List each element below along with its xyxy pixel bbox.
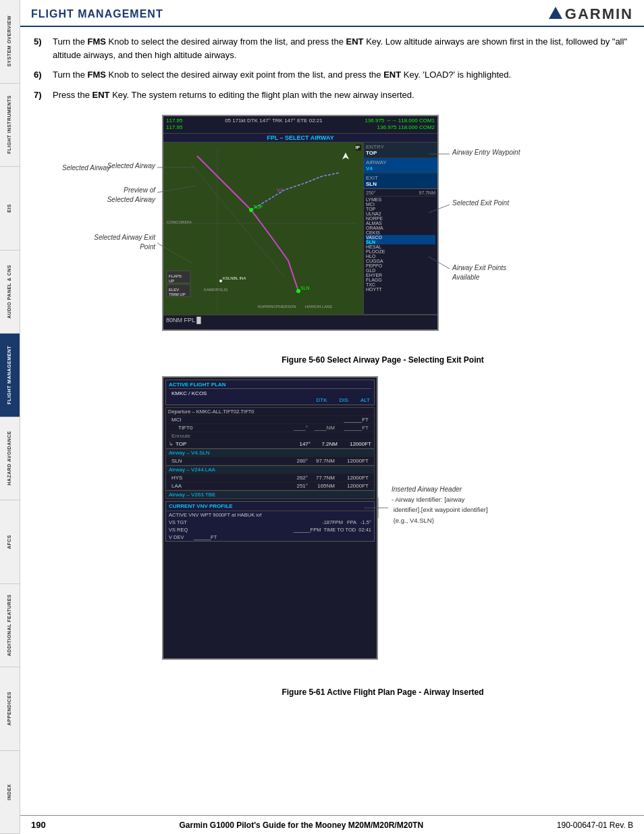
svg-text:TOP: TOP <box>253 205 263 209</box>
sidebar-item-flight-instruments[interactable]: FLIGHT INSTRUMENTS <box>0 84 20 167</box>
sidebar: SYSTEM OVERVIEW FLIGHT INSTRUMENTS EIS A… <box>0 0 20 834</box>
figure-2-container: ACTIVE FLIGHT PLAN KMKC / KCOS DTK DIS A… <box>61 373 574 690</box>
label-selected-airway: Selected Airway <box>62 164 110 172</box>
svg-text:UP: UP <box>169 279 174 283</box>
mfd-screen: 117.95 117.95 05 171kt DTK 147° TRK 147°… <box>162 115 439 331</box>
figure-1-caption: Figure 5-60 Select Airway Page - Selecti… <box>135 355 630 365</box>
figure-1-container: Selected Airway Preview ofSelected Airwa… <box>61 108 601 351</box>
step-5-text: Turn the FMS Knob to select the desired … <box>53 35 630 61</box>
step-5: 5) Turn the FMS Knob to select the desir… <box>34 35 630 61</box>
fpl-col-headers: DTK DIS ALT <box>169 396 371 403</box>
sidebar-item-appendices[interactable]: APPENDICES <box>0 667 20 751</box>
footer-title: Garmin G1000 Pilot's Guide for the Moone… <box>179 820 423 830</box>
fpl-vnv-v-dev: V DEV ______FT <box>166 533 374 541</box>
mfd-map: NORTH UP <box>163 142 363 315</box>
sidebar-item-flight-management[interactable]: FLIGHT MANAGEMENT <box>0 334 20 417</box>
page-footer: 190 Garmin G1000 Pilot's Guide for the M… <box>20 815 644 834</box>
svg-text:KHPRINCPHERSON: KHPRINCPHERSON <box>258 305 296 309</box>
fpl-subtitle: KMKC / KCOS <box>169 390 371 396</box>
garmin-logo: GARMIN <box>549 5 633 23</box>
mfd-map-svg: TOP SLN KSLNBL INA CONCORDIA KAMOPOLIS K… <box>163 142 356 315</box>
mfd-freq-right: 136.975 ↔→ 118.000 COM1 136.975 118.000 … <box>365 118 435 132</box>
footer-page-number: 190 <box>31 820 46 830</box>
mfd-freq-left: 117.95 117.95 <box>166 118 182 132</box>
step-7: 7) Press the ENT Key. The system returns… <box>34 88 630 102</box>
step-6-text: Turn the FMS Knob to select the desired … <box>53 68 630 82</box>
step-7-text: Press the ENT Key. The system returns to… <box>53 88 630 102</box>
fpl-rows: Departure – KMKC-ALL.TIFT02.TIFT0 MCI __… <box>165 407 375 499</box>
svg-text:ELEV: ELEV <box>169 288 179 292</box>
garmin-logo-text: GARMIN <box>565 5 633 23</box>
fpl-header-title: ACTIVE FLIGHT PLAN <box>169 382 371 389</box>
fpl-screen-wrapper: ACTIVE FLIGHT PLAN KMKC / KCOS DTK DIS A… <box>162 376 378 662</box>
sidebar-item-index[interactable]: INDEX <box>0 751 20 835</box>
fpl-vnv-active-wpt: ACTIVE VNV WPT 9000FT at HABUK iof <box>166 511 374 519</box>
ann-selected-exit: Selected Exit Point <box>452 199 509 207</box>
sidebar-item-eis[interactable]: EIS <box>0 167 20 251</box>
fpl-row-hys: HYS 262° 77.7NM 12000FT <box>166 474 374 482</box>
fpl-vnv-header: CURRENT VNV PROFILE <box>166 502 374 511</box>
mfd-bottom-bar: 80NM FPL █ <box>163 315 437 325</box>
svg-text:FLAPS: FLAPS <box>169 274 182 278</box>
fpl-screen: ACTIVE FLIGHT PLAN KMKC / KCOS DTK DIS A… <box>162 376 378 660</box>
mfd-airway-sidebar: ENTRY TOP AIRWAY V4 EXIT SLN <box>363 142 437 315</box>
fpl-vnv-section: CURRENT VNV PROFILE ACTIVE VNV WPT 9000F… <box>165 501 375 542</box>
fpl-row-laa: LAA 251° 165NM 12000FT <box>166 482 374 490</box>
ann-preview: Preview ofSelected Airway <box>61 186 155 205</box>
fpl-vnv-vs-tgt: VS TGT -187FPM FPA -1.5° <box>166 519 374 526</box>
step-7-number: 7) <box>34 88 46 102</box>
fpl-row-sln: SLN 260° 97.7NM 12000FT <box>166 457 374 465</box>
sidebar-item-audio-panel[interactable]: AUDIO PANEL & CNS <box>0 251 20 334</box>
fpl-row-airway-v4: Airway – V4.SLN <box>166 448 374 457</box>
svg-text:KAMOPOLIS: KAMOPOLIS <box>204 288 227 292</box>
fpl-row-airway-v263: Airway – V263.TBE <box>166 490 374 498</box>
fpl-row-departure: Departure – KMKC-ALL.TIFT02.TIFT0 <box>166 408 374 416</box>
fpl-header-box: ACTIVE FLIGHT PLAN KMKC / KCOS DTK DIS A… <box>165 380 375 405</box>
sidebar-item-afcs[interactable]: AFCS <box>0 500 20 584</box>
svg-text:SLN: SLN <box>300 286 310 290</box>
page-title: FLIGHT MANAGEMENT <box>31 8 163 20</box>
svg-rect-0 <box>163 142 356 315</box>
fpl-vnv-vs-req: VS REQ ______FPM TIME TO TOD 02:41 <box>166 526 374 533</box>
mfd-top-bar-info: 05 171kt DTK 147° TRK 147° ETE 02:21 <box>225 118 323 132</box>
ann-airway-entry: Airway Entry Waypoint <box>452 149 520 156</box>
step-5-number: 5) <box>34 35 46 61</box>
main-content: FLIGHT MANAGEMENT GARMIN 5) Turn the FMS… <box>20 0 644 834</box>
mfd-title: FPL – SELECT AIRWAY <box>163 134 437 142</box>
ann-exit-point: Selected Airway ExitPoint <box>61 233 155 252</box>
fpl-row-tifto: TIFT0 ____° ____NM ______FT <box>166 424 374 432</box>
fpl-row-enroute: Enroute <box>166 432 374 440</box>
step-6-number: 6) <box>34 68 46 82</box>
mfd-screen-wrapper: 117.95 117.95 05 171kt DTK 147° TRK 147°… <box>162 115 439 333</box>
fpl-row-airway-v244: Airway – V244.LAA <box>166 465 374 474</box>
fpl-row-top: ↳ TOP 147° 7.2NM 12000FT <box>166 440 374 448</box>
garmin-triangle-icon <box>549 7 562 19</box>
footer-doc-number: 190-00647-01 Rev. B <box>557 820 633 830</box>
sidebar-item-additional-features[interactable]: ADDITIONAL FEATURES <box>0 584 20 668</box>
svg-point-8 <box>219 280 222 282</box>
svg-text:HARION LAKE: HARION LAKE <box>305 305 332 309</box>
sidebar-item-system-overview[interactable]: SYSTEM OVERVIEW <box>0 0 20 84</box>
page-content: 5) Turn the FMS Knob to select the desir… <box>20 27 644 815</box>
svg-text:KSLNBL INA: KSLNBL INA <box>223 276 246 280</box>
sidebar-item-hazard-avoidance[interactable]: HAZARD AVOIDANCE <box>0 417 20 501</box>
page-header: FLIGHT MANAGEMENT GARMIN <box>20 0 644 27</box>
svg-text:CONCORDIA: CONCORDIA <box>167 220 192 224</box>
svg-text:V4: V4 <box>277 187 284 193</box>
fpl-row-mci: MCI ______FT <box>166 416 374 424</box>
step-6: 6) Turn the FMS Knob to select the desir… <box>34 68 630 82</box>
ann-exit-available: Airway Exit PointsAvailable <box>452 263 506 282</box>
ann-inserted-airway: Inserted Airway Header - Airway Identifi… <box>392 484 488 525</box>
svg-text:TRIM UP: TRIM UP <box>169 292 186 296</box>
